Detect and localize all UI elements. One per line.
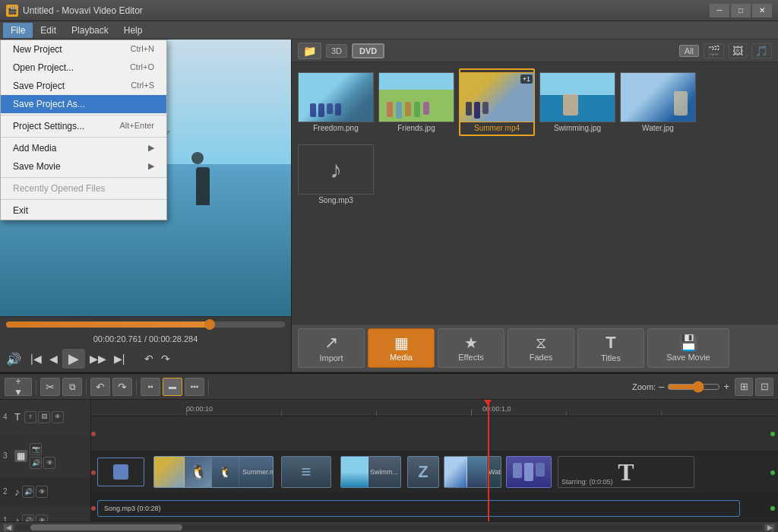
track2-vol-button[interactable]: 🔊: [22, 486, 34, 498]
media-grid: Freedom.png Friends.jpg: [292, 62, 778, 324]
redo-tl-button[interactable]: ↷: [112, 378, 132, 396]
scroll-left-button[interactable]: ◀: [3, 524, 14, 531]
filter-image-button[interactable]: 🖼: [729, 43, 747, 59]
media-item-water[interactable]: Water.jpg: [620, 68, 696, 136]
track2-eye-button[interactable]: 👁: [36, 486, 48, 498]
media-label-summer: Summer mp4: [459, 124, 535, 132]
filter-video-button[interactable]: 🎬: [704, 43, 724, 59]
nav-tabs-bar: ↗ Import ▦ Media ★ Effects ⧖ Fades T T: [292, 324, 778, 372]
close-button[interactable]: ✕: [752, 4, 772, 17]
media-item-freedom[interactable]: Freedom.png: [298, 68, 374, 136]
step-back-button[interactable]: ◀: [46, 351, 61, 366]
clip-view-3[interactable]: ▪▪▪: [185, 378, 204, 396]
track1-vol-button[interactable]: 🔊: [22, 515, 34, 522]
filter-all-button[interactable]: All: [679, 45, 699, 57]
timeline-scrollbar: ◀ ▶: [0, 521, 778, 532]
media-thumb-song: ♪: [298, 144, 374, 195]
progress-bar-container[interactable]: [6, 321, 285, 328]
clip-title[interactable]: T Starring: (0:0:05): [558, 456, 694, 488]
tab-fades[interactable]: ⧖ Fades: [508, 328, 574, 368]
media-thumb-friends: [378, 72, 454, 122]
zoom-minus-button[interactable]: –: [659, 381, 664, 392]
folder-button[interactable]: 📁: [298, 43, 321, 59]
media-item-friends[interactable]: Friends.jpg: [378, 68, 454, 136]
menu-open-project[interactable]: Open Project...Ctrl+O: [1, 59, 166, 77]
window-controls: ─ □ ✕: [710, 4, 772, 17]
skip-to-start-button[interactable]: |◀: [27, 351, 45, 366]
scroll-right-button[interactable]: ▶: [764, 524, 775, 531]
redo-button[interactable]: ↷: [158, 351, 173, 366]
media-label-swimming: Swimming.jpg: [539, 124, 615, 132]
dvd-button[interactable]: DVD: [352, 43, 384, 59]
menu-file[interactable]: File: [3, 23, 33, 38]
menu-exit[interactable]: Exit: [1, 201, 166, 220]
track1-icon: ♪: [14, 515, 20, 522]
cut-button[interactable]: ✂: [40, 378, 60, 396]
skip-to-end-button[interactable]: ▶|: [111, 351, 128, 366]
track-labels: 4 T T 🖼 👁 3 ▦ 📷: [0, 400, 91, 521]
play-pause-button[interactable]: ▶: [62, 349, 85, 369]
track-label-2: 2 ♪ 🔊 👁: [0, 477, 90, 506]
tab-import[interactable]: ↗ Import: [298, 328, 365, 368]
clip-summer[interactable]: 🐧 🐧 Summer.mp4 (0:0:04): [153, 456, 274, 488]
zoom-slider[interactable]: [667, 381, 720, 393]
fades-icon: ⧖: [536, 335, 546, 350]
copy-button[interactable]: ⧉: [62, 378, 82, 396]
track3-vol-button[interactable]: 🔊: [30, 457, 42, 469]
menu-help[interactable]: Help: [116, 23, 150, 38]
media-label-water: Water.jpg: [620, 124, 696, 132]
menu-project-settings[interactable]: Project Settings...Alt+Enter: [1, 117, 166, 135]
3d-button[interactable]: 3D: [326, 44, 347, 58]
zoom-plus-button[interactable]: +: [723, 381, 729, 392]
menu-save-project-as[interactable]: Save Project As...: [1, 95, 166, 113]
track-row-4: [91, 416, 778, 451]
clip-view-2[interactable]: ▬: [163, 378, 182, 396]
tab-titles-label: Titles: [601, 353, 621, 363]
undo-tl-button[interactable]: ↶: [90, 378, 110, 396]
minimize-button[interactable]: ─: [710, 4, 729, 17]
track1-eye-button[interactable]: 👁: [36, 515, 48, 522]
media-thumb-water: [620, 72, 696, 122]
tab-save-movie[interactable]: 💾 Save Movie: [647, 328, 729, 368]
fit-view-button[interactable]: ⊞: [735, 378, 753, 396]
track2-icon: ♪: [14, 486, 20, 498]
track3-camera-button[interactable]: 📷: [30, 443, 42, 455]
media-item-summer[interactable]: +1 Summer mp4: [459, 68, 535, 136]
media-label-friends: Friends.jpg: [378, 124, 454, 132]
tab-media[interactable]: ▦ Media: [368, 328, 435, 368]
menu-add-media[interactable]: Add Media▶: [1, 139, 166, 157]
clip-audio[interactable]: Song.mp3 (0:0:28): [97, 500, 740, 517]
step-forward-button[interactable]: ▶▶: [87, 351, 109, 366]
menu-edit[interactable]: Edit: [33, 23, 64, 38]
time-display: 00:00:20.761 / 00:00:28.284: [93, 334, 198, 344]
tab-effects[interactable]: ★ Effects: [438, 328, 504, 368]
filter-audio-button[interactable]: 🎵: [751, 43, 772, 59]
undo-button[interactable]: ↶: [141, 351, 157, 366]
save-movie-icon: 💾: [679, 335, 698, 350]
right-panel: 📁 3D DVD All 🎬 🖼 🎵: [292, 40, 778, 372]
clip-extra[interactable]: [506, 456, 552, 488]
menu-bar: File Edit Playback Help New ProjectCtrl+…: [0, 21, 778, 40]
clip-list[interactable]: ≡: [281, 456, 331, 488]
track4-eye-button[interactable]: 👁: [52, 411, 64, 423]
add-track-button[interactable]: + ▼: [5, 378, 32, 396]
media-item-swimming[interactable]: Swimming.jpg: [539, 68, 615, 136]
clip-view-1[interactable]: ▪▪: [141, 378, 160, 396]
track4-text-button[interactable]: T: [24, 411, 36, 423]
menu-save-movie[interactable]: Save Movie▶: [1, 157, 166, 176]
clip-swimming[interactable]: Swimm...: [340, 456, 401, 488]
restore-button[interactable]: □: [731, 4, 751, 17]
clip-water[interactable]: Water.j...: [444, 456, 501, 488]
menu-new-project[interactable]: New ProjectCtrl+N: [1, 40, 166, 59]
menu-playback[interactable]: Playback: [64, 23, 116, 38]
menu-save-project[interactable]: Save ProjectCtrl+S: [1, 77, 166, 95]
media-item-song[interactable]: ♪ Song.mp3: [298, 141, 374, 208]
track4-img-button[interactable]: 🖼: [38, 411, 50, 423]
horizontal-scrollbar[interactable]: [15, 524, 763, 530]
expand-button[interactable]: ⊡: [755, 378, 773, 396]
track-label-1: 1 ♪ 🔊 👁: [0, 506, 90, 521]
track3-eye-button[interactable]: 👁: [43, 457, 55, 469]
tab-titles[interactable]: T Titles: [577, 328, 644, 368]
clip-placeholder[interactable]: [97, 458, 144, 486]
clip-z[interactable]: Z: [407, 456, 439, 488]
